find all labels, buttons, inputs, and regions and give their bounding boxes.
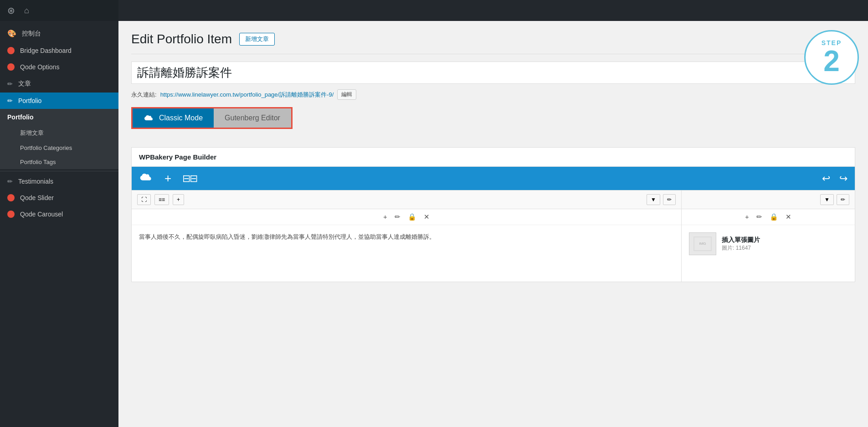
admin-topbar: ⊛ ⌂ [0, 0, 118, 21]
thumbnail-image: IMG [693, 237, 712, 251]
red-dot-icon [7, 63, 15, 71]
sidebar-item-label: Testimonials [18, 178, 53, 185]
add-col-button[interactable]: + [173, 194, 184, 205]
col-toolbar-right: ▼ ✏ [647, 194, 676, 205]
palette-icon: 🎨 [7, 29, 16, 38]
insert-image-sub: 圖片: 11647 [722, 244, 760, 252]
home-icon[interactable]: ⌂ [24, 6, 29, 15]
red-dot-icon [7, 194, 15, 201]
insert-image-title: 插入單張圖片 [722, 236, 760, 244]
add-post-button[interactable]: 新增文章 [239, 33, 275, 46]
sidebar-item-control-panel[interactable]: 🎨 控制台 [0, 25, 118, 42]
gutenberg-editor-button[interactable]: Gutenberg Editor [214, 108, 291, 128]
content-area: STEP 2 Edit Portfolio Item 新增文章 永久連結: ht… [118, 21, 868, 427]
add-content-icon[interactable]: + [383, 213, 387, 221]
col-content-actions: + ✏ 🔒 ✕ [132, 209, 681, 225]
lock-content-icon-right[interactable]: 🔒 [770, 213, 778, 221]
sidebar-menu: 🎨 控制台 Bridge Dashboard Qode Options ✏ 文章… [0, 21, 118, 222]
expand-button[interactable]: ⛶ [137, 194, 151, 205]
sidebar-item-label: Portfolio [18, 97, 41, 104]
edit-content-icon-right[interactable]: ✏ [756, 213, 762, 221]
cloud-icon [144, 114, 154, 122]
sidebar-item-label: 文章 [18, 80, 31, 88]
classic-mode-button[interactable]: Classic Mode [133, 108, 214, 128]
divider [0, 171, 118, 171]
add-content-icon-right[interactable]: + [745, 213, 749, 221]
col-text-preview: 當事人婚後不久，配偶旋即臥病陷入昏迷，劉維潵律師先為當事人聲請特別代理人，並協助… [132, 225, 681, 249]
templates-icon[interactable]: ⊟⊟ [182, 173, 197, 185]
wpbakery-section: WPBakery Page Builder + ⊟⊟ ↩ ↪ [131, 147, 855, 282]
sidebar-item-label: Qode Slider [20, 194, 54, 201]
sidebar-item-qode-carousel[interactable]: Qode Carousel [0, 206, 118, 222]
permalink-label: 永久連結: [131, 91, 157, 99]
star-icon: ✏ [7, 97, 13, 104]
permalink-row: 永久連結: https://www.linelawyer.com.tw/port… [131, 89, 855, 100]
sidebar-item-label: Qode Options [20, 63, 59, 71]
wrench-icon: ✏ [7, 80, 13, 87]
subitem-label: 新增文章 [20, 129, 44, 137]
page-header: Edit Portfolio Item 新增文章 [131, 32, 855, 46]
edit-content-icon[interactable]: ✏ [395, 213, 401, 221]
classic-mode-label: Classic Mode [159, 114, 203, 122]
sidebar-subitem-categories[interactable]: Portfolio Categories [0, 141, 118, 155]
sidebar-item-bridge-dashboard[interactable]: Bridge Dashboard [0, 42, 118, 59]
lock-content-icon[interactable]: 🔒 [408, 213, 416, 221]
step-badge: STEP 2 [804, 30, 859, 85]
sidebar-item-label: Bridge Dashboard [20, 47, 72, 54]
star-icon: ✏ [7, 178, 13, 185]
undo-icon[interactable]: ↩ [822, 173, 830, 185]
sidebar-item-qode-options[interactable]: Qode Options [0, 59, 118, 75]
insert-image-block: IMG 插入單張圖片 圖片: 11647 [682, 225, 855, 262]
sidebar-subitem-add-post[interactable]: 新增文章 [0, 125, 118, 141]
wordpress-icon[interactable]: ⊛ [7, 5, 15, 16]
sidebar-item-portfolio[interactable]: ✏ Portfolio [0, 93, 118, 109]
col-content-actions-right: + ✏ 🔒 ✕ [682, 209, 855, 225]
sidebar: ⊛ ⌂ 🎨 控制台 Bridge Dashboard Qode Options … [0, 0, 118, 427]
portfolio-section-title: Portfolio [0, 109, 118, 125]
sidebar-subitem-tags[interactable]: Portfolio Tags [0, 155, 118, 169]
sidebar-item-testimonials[interactable]: ✏ Testimonials [0, 173, 118, 190]
builder-area: ⛶ ≡≡ + ▼ ✏ + ✏ 🔒 ✕ 當事人婚後不久，配偶旋 [132, 190, 855, 282]
subitem-label: Portfolio Tags [20, 159, 56, 165]
wpbakery-header: WPBakery Page Builder [132, 148, 855, 167]
redo-icon[interactable]: ↪ [839, 173, 847, 185]
align-button[interactable]: ≡≡ [154, 194, 169, 205]
delete-content-icon[interactable]: ✕ [424, 213, 430, 221]
sidebar-item-articles[interactable]: ✏ 文章 [0, 75, 118, 93]
red-dot-icon [7, 211, 15, 218]
permalink-edit-button[interactable]: 編輯 [337, 89, 356, 100]
toolbar-right: ↩ ↪ [822, 173, 847, 185]
main-topbar [118, 0, 868, 21]
cloud-toolbar-icon [139, 172, 154, 183]
image-thumbnail: IMG [689, 232, 716, 255]
col-toolbar-right-panel: ▼ ✏ [682, 190, 855, 209]
edit-col-button-right[interactable]: ✏ [837, 194, 849, 205]
dropdown-button-right[interactable]: ▼ [820, 194, 834, 205]
subitem-label: Portfolio Categories [20, 144, 72, 151]
sidebar-item-label: 控制台 [22, 30, 41, 38]
main-content: STEP 2 Edit Portfolio Item 新增文章 永久連結: ht… [118, 0, 868, 427]
permalink-link[interactable]: https://www.linelawyer.com.tw/portfolio_… [160, 91, 334, 99]
wpbakery-toolbar: + ⊟⊟ ↩ ↪ [132, 167, 855, 190]
editor-mode-wrapper: Classic Mode Gutenberg Editor [131, 107, 855, 138]
builder-column-left: ⛶ ≡≡ + ▼ ✏ + ✏ 🔒 ✕ 當事人婚後不久，配偶旋 [132, 190, 682, 282]
sidebar-item-qode-slider[interactable]: Qode Slider [0, 190, 118, 206]
insert-image-info: 插入單張圖片 圖片: 11647 [722, 236, 760, 252]
step-number: 2 [823, 46, 840, 76]
delete-content-icon-right[interactable]: ✕ [786, 213, 791, 221]
wpbakery-cloud-icon[interactable] [139, 172, 154, 185]
page-title: Edit Portfolio Item [131, 32, 232, 46]
builder-column-right: ▼ ✏ + ✏ 🔒 ✕ [682, 190, 855, 282]
svg-text:IMG: IMG [699, 242, 706, 246]
post-title-input[interactable] [131, 62, 855, 84]
sidebar-item-label: Qode Carousel [20, 211, 63, 218]
col-toolbar-left: ⛶ ≡≡ + ▼ ✏ [132, 190, 681, 209]
add-element-icon[interactable]: + [164, 171, 171, 185]
dropdown-button[interactable]: ▼ [647, 194, 660, 205]
editor-mode-row: Classic Mode Gutenberg Editor [131, 107, 293, 129]
red-dot-icon [7, 47, 15, 54]
portfolio-submenu: Portfolio 新增文章 Portfolio Categories Port… [0, 109, 118, 169]
col-toolbar-right-actions: ▼ ✏ [820, 194, 849, 205]
edit-col-button[interactable]: ✏ [663, 194, 676, 205]
